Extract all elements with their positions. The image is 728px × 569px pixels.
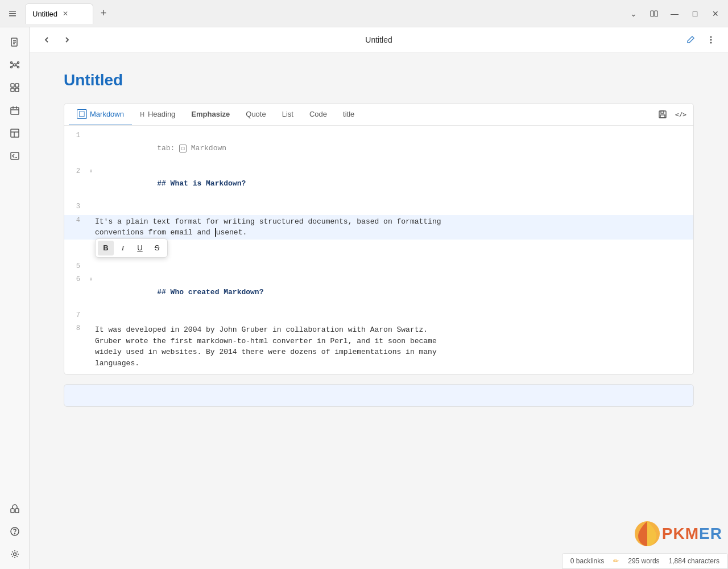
forward-button[interactable] [59, 32, 75, 48]
floating-format-toolbar: B I U S [95, 238, 168, 258]
svg-point-9 [10, 67, 12, 68]
code-line-6: 6 ∨ ## Who created Markdown? [64, 274, 693, 310]
window-controls: ⌄ — □ ✕ [626, 6, 723, 22]
tab-list-button[interactable]: ⌄ [626, 6, 642, 22]
tab-markdown-label: Markdown [90, 110, 124, 118]
sidebar-item-calendar[interactable] [5, 100, 25, 121]
svg-rect-38 [660, 115, 665, 118]
svg-rect-28 [11, 509, 14, 513]
save-button[interactable] [655, 106, 671, 122]
strikethrough-button[interactable]: S [149, 241, 165, 255]
svg-rect-19 [11, 108, 19, 114]
tab-emphasize[interactable]: Emphasize [183, 104, 238, 125]
svg-line-14 [16, 65, 18, 67]
line-indicator-7 [87, 310, 95, 312]
svg-point-8 [17, 62, 19, 64]
svg-point-32 [13, 553, 16, 556]
tab-heading[interactable]: H Heading [132, 104, 183, 125]
characters-status: 1,884 characters [669, 557, 719, 565]
bold-button[interactable]: B [98, 241, 114, 255]
line-content-5 [95, 261, 693, 275]
heading-prefix: H [140, 111, 144, 118]
sidebar-item-pages[interactable] [5, 32, 25, 52]
source-icon: </> [675, 111, 686, 118]
pkmer-k: K [673, 525, 685, 542]
sidebar-item-blocks[interactable] [5, 77, 25, 98]
toolbar-right: </> [655, 106, 689, 122]
line-number-8: 8 [64, 323, 87, 332]
minimize-button[interactable]: — [667, 6, 682, 22]
editor-empty [64, 384, 694, 407]
tab-code[interactable]: Code [301, 104, 335, 125]
svg-line-11 [12, 64, 14, 65]
svg-point-7 [10, 62, 12, 64]
tab-markdown[interactable]: ☐ Markdown [69, 104, 132, 126]
svg-rect-18 [15, 88, 19, 92]
source-code-button[interactable]: </> [673, 106, 689, 122]
sidebar-item-graph[interactable] [5, 55, 25, 75]
pencil-icon: ✏ [613, 557, 619, 565]
line-indicator-1 [87, 130, 95, 132]
tab-list[interactable]: List [274, 104, 301, 125]
page-title: Untitled [64, 71, 694, 89]
tab-list-label: List [282, 110, 293, 118]
code-editor[interactable]: 1 tab: ☐ Markdown 2 ∨ ## What is Markdow… [64, 126, 693, 374]
topbar-actions [682, 32, 719, 48]
svg-rect-23 [11, 129, 19, 137]
characters-value: 1,884 characters [669, 557, 719, 565]
editor-container: ☐ Markdown H Heading Emphasize Quote Lis [64, 103, 694, 375]
line-content-1: tab: ☐ Markdown [95, 130, 693, 166]
line-content-2: ## What is Markdown? [95, 166, 693, 202]
code-line-5: 5 [64, 261, 693, 275]
sidebar-item-plugins[interactable] [5, 498, 25, 519]
sidebar-toggle-button[interactable] [5, 6, 20, 22]
pkmer-p: P [662, 525, 673, 542]
svg-rect-37 [661, 111, 664, 113]
pkmer-r: R [710, 525, 722, 542]
sidebar [0, 27, 30, 569]
close-window-button[interactable]: ✕ [708, 6, 723, 22]
line-number-7: 7 [64, 310, 87, 319]
split-view-button[interactable] [646, 6, 662, 22]
topbar-title: Untitled [365, 35, 392, 44]
svg-rect-17 [11, 88, 14, 92]
svg-rect-2 [9, 15, 16, 17]
tab-bar: Untitled ✕ + [25, 3, 621, 24]
svg-rect-1 [9, 13, 16, 14]
tab-code-label: Code [309, 110, 327, 118]
maximize-button[interactable]: □ [687, 6, 703, 22]
svg-rect-29 [15, 509, 19, 513]
code-line-3: 3 [64, 201, 693, 215]
sidebar-item-terminal[interactable] [5, 146, 25, 166]
more-options-button[interactable] [703, 32, 719, 48]
underline-button[interactable]: U [132, 241, 148, 255]
tab-title[interactable]: title [335, 104, 362, 125]
svg-rect-15 [11, 84, 14, 87]
italic-button[interactable]: I [115, 241, 131, 255]
back-button[interactable] [39, 32, 55, 48]
page-content: Untitled ☐ Markdown H Heading Emphasize [30, 53, 728, 569]
topbar: Untitled [30, 27, 728, 53]
tab-title: Untitled [32, 10, 57, 18]
line-content-8: It was developed in 2004 by John Gruber … [95, 323, 693, 370]
svg-rect-0 [9, 11, 16, 12]
svg-point-34 [710, 39, 712, 41]
sidebar-item-help[interactable] [5, 521, 25, 542]
tab-heading-label: Heading [148, 110, 175, 118]
edit-button[interactable] [682, 32, 698, 48]
tab-untitled[interactable]: Untitled ✕ [25, 3, 93, 24]
pkmer-text: PKMER [662, 525, 722, 543]
pkmer-m: M [685, 525, 699, 542]
pkmer-logo: PKMER [632, 519, 722, 549]
svg-rect-4 [655, 11, 657, 17]
sidebar-item-settings[interactable] [5, 544, 25, 564]
tab-close-button[interactable]: ✕ [61, 9, 70, 18]
sidebar-item-templates[interactable] [5, 123, 25, 143]
line-content-6: ## Who created Markdown? [95, 274, 693, 310]
line-content-4: It's a plain text format for writing str… [95, 215, 693, 240]
new-tab-button[interactable]: + [96, 6, 111, 22]
pkmer-icon-svg [632, 519, 662, 549]
tab-quote[interactable]: Quote [238, 104, 274, 125]
line-indicator-5 [87, 261, 95, 263]
svg-point-6 [14, 64, 16, 66]
